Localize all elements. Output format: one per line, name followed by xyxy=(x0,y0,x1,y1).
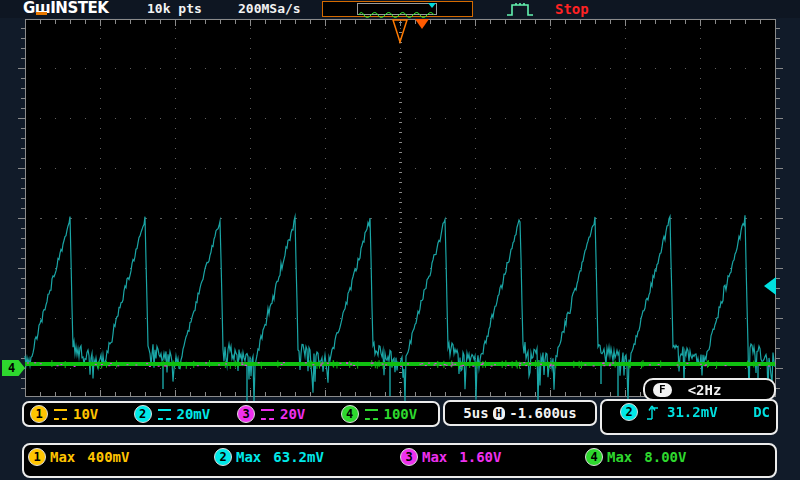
ch1-max-label: Max xyxy=(50,449,75,465)
trigger-level: 31.2mV xyxy=(667,404,718,420)
memory-window[interactable] xyxy=(357,3,437,15)
brand-g: G xyxy=(23,0,35,17)
memory-position-marker-icon xyxy=(428,3,436,8)
ch1-dc-coupling-icon xyxy=(54,409,67,420)
ch1-scale: 10V xyxy=(73,406,98,422)
trigger-frequency-box: F <2Hz xyxy=(643,378,776,401)
trigger-type-pulse-icon xyxy=(506,2,534,17)
ch2-dc-coupling-icon xyxy=(158,409,171,420)
measurements-bar: 1 Max 400mV 2 Max 63.2mV 3 Max 1.60V 4 M… xyxy=(22,443,777,478)
rising-edge-icon xyxy=(646,404,659,421)
top-status-bar: GшINSTEK 10k pts 200MSa/s Stop xyxy=(0,0,800,18)
ch2-max-label: Max xyxy=(236,449,261,465)
ch4-settings[interactable]: 4 100V xyxy=(341,405,439,423)
ch4-scale: 100V xyxy=(384,406,418,422)
ch2-meas-badge: 2 xyxy=(214,448,232,466)
ch2-badge: 2 xyxy=(134,405,152,423)
brand-instek: INSTEK xyxy=(50,0,108,17)
ch3-scale: 20V xyxy=(280,406,305,422)
ch4-meas-badge: 4 xyxy=(585,448,603,466)
ch3-meas-badge: 3 xyxy=(400,448,418,466)
trigger-coupling: DC xyxy=(753,404,770,420)
ch4-max-label: Max xyxy=(607,449,632,465)
horizontal-position: -1.600us xyxy=(509,405,576,421)
brand-orange-bar-icon xyxy=(36,12,47,15)
ch3-badge: 3 xyxy=(237,405,255,423)
expansion-center-marker-icon[interactable] xyxy=(391,19,409,44)
ch1-max-value: 400mV xyxy=(87,449,129,465)
memory-bar[interactable] xyxy=(322,1,473,17)
ch4-measurement: 4 Max 8.00V xyxy=(585,448,686,466)
ch3-max-value: 1.60V xyxy=(459,449,501,465)
trigger-level-marker-icon[interactable] xyxy=(764,277,776,295)
frequency-f-icon: F xyxy=(653,383,672,397)
brand-sha-glyph: ш xyxy=(35,0,50,16)
ch2-max-value: 63.2mV xyxy=(273,449,324,465)
ch2-scale: 20mV xyxy=(177,406,211,422)
acquisition-points: 10k pts xyxy=(147,2,202,16)
brand-logo: GшINSTEK xyxy=(23,0,108,16)
ch2-settings[interactable]: 2 20mV xyxy=(134,405,232,423)
timebase-box[interactable]: 5us H -1.600us xyxy=(443,400,597,426)
horizontal-h-icon: H xyxy=(493,407,506,420)
ch4-badge: 4 xyxy=(341,405,359,423)
trigger-position-marker-icon[interactable] xyxy=(415,19,429,29)
ch1-settings[interactable]: 1 10V xyxy=(30,405,128,423)
ch1-badge: 1 xyxy=(30,405,48,423)
ch4-max-value: 8.00V xyxy=(644,449,686,465)
ch3-max-label: Max xyxy=(422,449,447,465)
timebase-scale: 5us xyxy=(463,405,488,421)
ch3-measurement: 3 Max 1.60V xyxy=(400,448,501,466)
ch3-settings[interactable]: 3 20V xyxy=(237,405,335,423)
run-state-label[interactable]: Stop xyxy=(555,2,589,16)
memory-waveform-preview-icon xyxy=(358,9,434,19)
channel-settings-bar: 1 10V 2 20mV 3 20V 4 100V xyxy=(22,401,440,427)
trigger-settings-box[interactable]: 2 31.2mV DC xyxy=(600,399,778,435)
ch2-measurement: 2 Max 63.2mV xyxy=(214,448,324,466)
ch3-dc-coupling-icon xyxy=(261,409,274,420)
ch1-meas-badge: 1 xyxy=(28,448,46,466)
sample-rate: 200MSa/s xyxy=(238,2,301,16)
ch4-dc-coupling-icon xyxy=(365,409,378,420)
ch1-measurement: 1 Max 400mV xyxy=(28,448,129,466)
trigger-frequency: <2Hz xyxy=(688,382,722,398)
trigger-source-badge: 2 xyxy=(620,403,638,421)
oscilloscope-screen: GшINSTEK 10k pts 200MSa/s Stop 4 1 10V xyxy=(0,0,800,480)
